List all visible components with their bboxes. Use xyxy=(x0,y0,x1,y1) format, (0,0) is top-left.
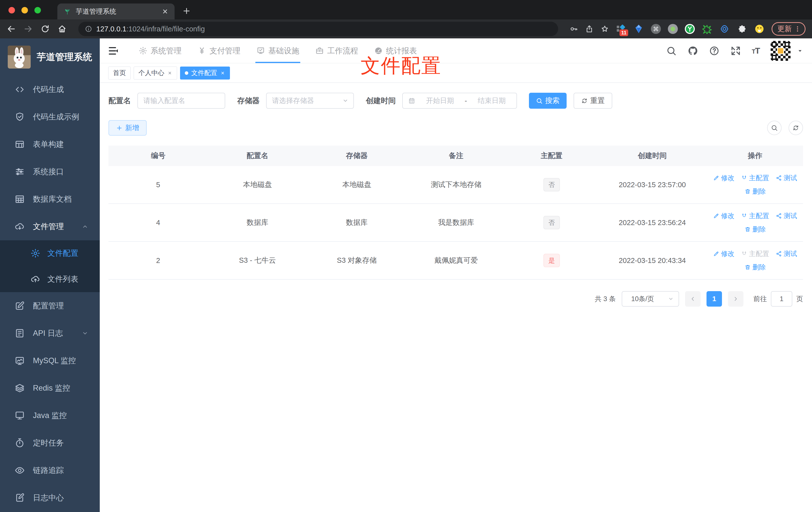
share-icon[interactable] xyxy=(585,25,593,33)
github-icon[interactable] xyxy=(688,46,698,56)
current-page-button[interactable]: 1 xyxy=(706,291,722,307)
extension-y-icon[interactable] xyxy=(685,24,695,34)
topnav-item-workflow[interactable]: 工作流程 xyxy=(307,38,366,63)
storage-select[interactable]: 请选择存储器 xyxy=(266,93,354,109)
extension-emoji-icon[interactable] xyxy=(754,24,764,34)
password-key-icon[interactable] xyxy=(570,25,578,33)
extension-star-icon[interactable] xyxy=(702,24,712,34)
table-column-header: 配置名 xyxy=(208,146,307,166)
edit-link[interactable]: 修改 xyxy=(713,249,734,258)
delete-link[interactable]: 删除 xyxy=(745,225,766,234)
sidebar-item-file-manage[interactable]: 文件管理 xyxy=(0,213,100,240)
delete-link[interactable]: 删除 xyxy=(745,263,766,272)
goto-page-input[interactable] xyxy=(771,291,792,307)
sidebar-subitem-file-config[interactable]: 文件配置 xyxy=(0,240,100,266)
tab-title: 芋道管理系统 xyxy=(76,7,157,16)
sidebar-item-code-gen[interactable]: 代码生成 xyxy=(0,76,100,103)
sidebar-item-redis-monitor[interactable]: Redis 监控 xyxy=(0,374,100,402)
add-button[interactable]: 新增 xyxy=(109,120,147,135)
kebab-menu-icon[interactable] xyxy=(794,25,801,33)
toggle-search-button[interactable] xyxy=(767,121,782,135)
topnav-item-label: 系统管理 xyxy=(151,46,181,56)
sidebar-item-api-log[interactable]: API 日志 xyxy=(0,320,100,347)
cell-storage: S3 对象存储 xyxy=(307,242,406,279)
edit-link[interactable]: 修改 xyxy=(713,211,734,220)
sidebar-item-system-api[interactable]: 系统接口 xyxy=(0,158,100,185)
bookmark-star-icon[interactable] xyxy=(601,25,609,33)
new-tab-button[interactable] xyxy=(182,6,191,16)
sidebar-item-code-gen-demo[interactable]: 代码生成示例 xyxy=(0,103,100,131)
site-info-icon[interactable] xyxy=(85,25,92,33)
cell-remark: 测试下本地存储 xyxy=(406,166,506,204)
close-window-button[interactable] xyxy=(8,7,15,13)
topnav-item-report[interactable]: 统计报表 xyxy=(366,38,425,63)
extension-eye-icon[interactable] xyxy=(719,24,730,34)
prev-page-button[interactable] xyxy=(685,291,700,307)
fullscreen-icon[interactable] xyxy=(730,46,741,56)
sidebar-item-java-monitor[interactable]: Java 监控 xyxy=(0,402,100,429)
back-icon[interactable] xyxy=(6,24,16,34)
set-master-link[interactable]: 主配置 xyxy=(741,211,769,220)
tag-close-icon[interactable] xyxy=(167,70,172,76)
address-bar[interactable]: 127.0.0.1:1024/infra/file/file-config xyxy=(78,22,558,36)
tag-home[interactable]: 首页 xyxy=(108,66,131,80)
test-link[interactable]: 测试 xyxy=(776,211,797,220)
topnav-item-label: 统计报表 xyxy=(386,46,417,56)
extension-tampermonkey-icon[interactable]: 11 xyxy=(616,24,627,34)
set-master-link[interactable]: 主配置 xyxy=(741,174,769,182)
minimize-window-button[interactable] xyxy=(22,7,28,13)
reload-icon[interactable] xyxy=(40,24,50,34)
sidebar-item-trace[interactable]: 链路追踪 xyxy=(0,457,100,484)
sidebar-subitem-file-list[interactable]: 文件列表 xyxy=(0,266,100,292)
search-icon[interactable] xyxy=(666,46,676,56)
set-master-link[interactable]: 主配置 xyxy=(741,249,769,258)
sidebar-item-form-builder[interactable]: 表单构建 xyxy=(0,131,100,158)
search-button-icon xyxy=(536,97,543,104)
refresh-table-button[interactable] xyxy=(788,121,803,135)
sidebar-item-log-center[interactable]: 日志中心 xyxy=(0,484,100,512)
delete-link[interactable]: 删除 xyxy=(745,187,766,196)
extension-gem-icon[interactable] xyxy=(633,24,644,34)
next-page-button[interactable] xyxy=(728,291,744,307)
maximize-window-button[interactable] xyxy=(34,7,41,13)
app-header: 系统管理支付管理基础设施工作流程统计报表 TT xyxy=(100,38,812,63)
test-link[interactable]: 测试 xyxy=(776,249,797,258)
help-icon[interactable] xyxy=(709,46,720,56)
test-link[interactable]: 测试 xyxy=(776,174,797,182)
tab-close-icon[interactable] xyxy=(162,8,169,15)
config-name-input[interactable] xyxy=(137,93,225,109)
forward-icon[interactable] xyxy=(24,24,33,34)
tag-file-config[interactable]: 文件配置 xyxy=(180,66,230,80)
gear-icon xyxy=(139,47,147,55)
cell-created: 2022-03-15 23:56:24 xyxy=(598,204,707,242)
topnav-item-pay[interactable]: 支付管理 xyxy=(190,38,249,63)
extension-puzzle-icon[interactable] xyxy=(737,24,747,34)
user-avatar[interactable] xyxy=(771,41,790,61)
browser-update-button[interactable]: 更新 xyxy=(772,22,806,36)
tags-view-bar: 首页个人中心文件配置 xyxy=(100,63,812,83)
tag-close-icon[interactable] xyxy=(220,70,225,76)
sidebar-collapse-icon[interactable] xyxy=(108,46,119,56)
edit-link[interactable]: 修改 xyxy=(713,174,734,182)
sidebar-item-cron-job[interactable]: 定时任务 xyxy=(0,429,100,457)
app-logo-row[interactable]: 芋道管理系统 xyxy=(0,38,100,76)
search-button[interactable]: 搜索 xyxy=(529,93,567,109)
topnav-item-system[interactable]: 系统管理 xyxy=(131,38,190,63)
tag-profile[interactable]: 个人中心 xyxy=(134,66,177,80)
extension-dot-icon[interactable] xyxy=(668,24,678,34)
reset-button[interactable]: 重置 xyxy=(574,93,612,109)
font-size-icon[interactable]: TT xyxy=(752,46,760,56)
chevron-down-icon xyxy=(81,330,89,337)
topnav-item-infra[interactable]: 基础设施 xyxy=(249,38,307,63)
home-icon[interactable] xyxy=(57,24,67,34)
browser-tab[interactable]: 芋道管理系统 xyxy=(57,3,175,20)
sidebar-item-config-manage[interactable]: 配置管理 xyxy=(0,292,100,320)
extension-command-icon[interactable] xyxy=(651,24,661,34)
date-range-picker[interactable]: 开始日期 - 结束日期 xyxy=(402,93,517,109)
user-menu-caret-icon[interactable] xyxy=(797,48,803,54)
sidebar-item-db-doc[interactable]: 数据库文档 xyxy=(0,185,100,213)
cell-storage: 数据库 xyxy=(307,204,406,242)
sidebar-item-mysql-monitor[interactable]: MySQL 监控 xyxy=(0,347,100,374)
page-size-select[interactable]: 10条/页 xyxy=(622,291,679,307)
magnet-icon xyxy=(741,213,747,219)
